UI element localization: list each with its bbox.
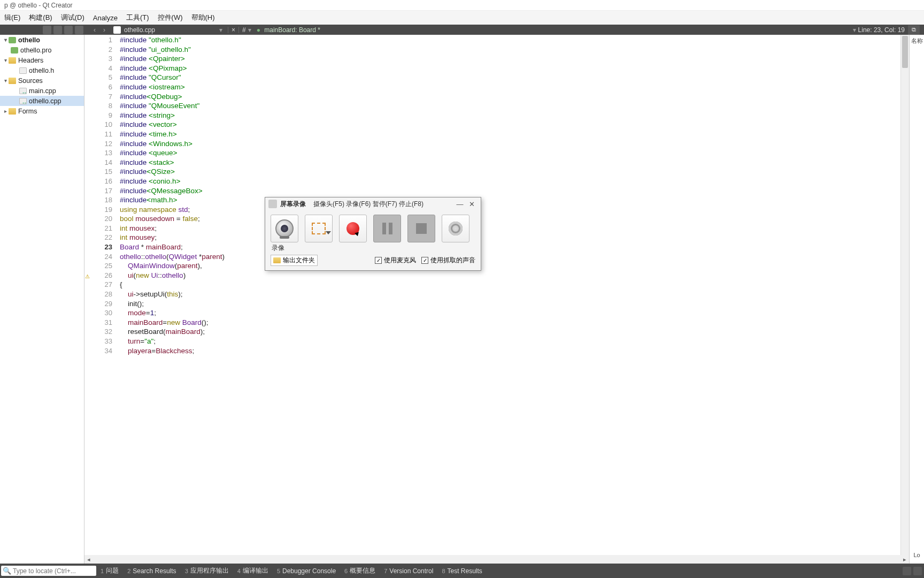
- chevron-down-icon[interactable]: ▾: [2, 37, 9, 43]
- project-icon: [9, 37, 16, 43]
- pause-button[interactable]: [373, 215, 401, 242]
- context-dropdown-icon[interactable]: ▾: [853, 26, 856, 34]
- right-pane-footer: Lo: [913, 552, 920, 558]
- gear-icon: [449, 222, 463, 235]
- window-titlebar: p @ othello - Qt Creator: [0, 0, 924, 11]
- scroll-left-icon[interactable]: ◂: [84, 556, 93, 563]
- main-area: ▾ othello othello.pro ▾ Headers othello.…: [0, 35, 924, 564]
- toggle-sidebar-bottom-icon[interactable]: [913, 567, 922, 575]
- output-folder-button[interactable]: 输出文件夹: [271, 255, 318, 266]
- recorder-app-icon: [268, 200, 277, 208]
- source-othello-file[interactable]: othello.cpp: [0, 96, 84, 106]
- recorder-titlebar[interactable]: 屏幕录像 摄像头(F5) 录像(F6) 暂停(F7) 停止(F8) — ✕: [265, 197, 481, 210]
- code-editor[interactable]: 1234567891011121314151617181920212223242…: [84, 35, 909, 564]
- record-button[interactable]: [339, 215, 367, 242]
- symbol-dropdown-icon[interactable]: ▾: [248, 26, 251, 34]
- bottom-output-tab[interactable]: 5Debugger Console: [273, 566, 340, 575]
- menu-build[interactable]: 构建(B): [25, 11, 56, 24]
- locator-search[interactable]: 🔍: [1, 566, 96, 576]
- line-number-gutter: 1234567891011121314151617181920212223242…: [84, 35, 117, 564]
- close-split-icon[interactable]: [75, 26, 83, 34]
- scroll-right-icon[interactable]: ▸: [900, 556, 909, 563]
- webcam-button[interactable]: [271, 215, 298, 242]
- separator: [228, 27, 228, 33]
- window-title: p @ othello - Qt Creator: [4, 2, 73, 9]
- horizontal-scrollbar[interactable]: ◂ ▸: [84, 555, 909, 564]
- file-dropdown-icon[interactable]: ▾: [219, 26, 222, 34]
- checkbox-checked-icon: ✓: [375, 257, 382, 264]
- hash-label: #: [242, 26, 246, 34]
- bottom-status-bar: 🔍 1问题2Search Results3应用程序输出4编译输出5Debugge…: [0, 564, 924, 578]
- toggle-progress-icon[interactable]: [903, 567, 911, 575]
- menu-widgets[interactable]: 控件(W): [153, 11, 187, 24]
- mouse-cursor-icon: [355, 231, 360, 237]
- bottom-output-tab[interactable]: 4编译输出: [233, 566, 273, 575]
- open-file-tab[interactable]: othello.cpp ▾ × # ▾ ● mainBoard: Board *: [113, 26, 320, 34]
- bottom-output-tab[interactable]: 2Search Results: [123, 566, 181, 575]
- editor-toolbar: ‹ › othello.cpp ▾ × # ▾ ● mainBoard: Boa…: [0, 25, 924, 35]
- nav-arrows: ‹ ›: [91, 26, 108, 34]
- project-root[interactable]: ▾ othello: [0, 35, 84, 45]
- menu-edit[interactable]: 辑(E): [0, 11, 25, 24]
- folder-icon: [9, 78, 16, 84]
- split-v-icon[interactable]: [64, 26, 73, 34]
- webcam-icon: [275, 219, 294, 238]
- recorder-close-button[interactable]: ✕: [466, 199, 478, 209]
- bottom-output-tab[interactable]: 8Test Results: [437, 566, 486, 575]
- stop-icon: [416, 223, 427, 234]
- right-side-pane: 名称 Lo: [909, 35, 924, 564]
- h-file-icon: [19, 67, 27, 74]
- bottom-output-tab[interactable]: 6概要信息: [340, 566, 380, 575]
- symbol-context[interactable]: ● mainBoard: Board *: [257, 26, 320, 34]
- screen-recorder-dialog[interactable]: 屏幕录像 摄像头(F5) 录像(F6) 暂停(F7) 停止(F8) — ✕ 录像: [265, 197, 481, 271]
- scrollbar-thumb[interactable]: [902, 36, 908, 68]
- source-main-file[interactable]: main.cpp: [0, 86, 84, 96]
- line-col-label: Line: 23, Col: 19: [858, 26, 905, 34]
- menu-analyze[interactable]: Analyze: [89, 12, 122, 24]
- chevron-right-icon[interactable]: ▸: [2, 108, 9, 114]
- select-region-button[interactable]: [305, 215, 333, 242]
- settings-button[interactable]: [442, 215, 469, 242]
- menu-debug[interactable]: 调试(D): [57, 11, 89, 24]
- code-content[interactable]: #include "othello.h"#include "ui_othello…: [117, 35, 900, 564]
- right-pane-header-name: 名称: [911, 37, 923, 45]
- menu-tools[interactable]: 工具(T): [122, 11, 153, 24]
- bottom-output-tab[interactable]: 3应用程序输出: [181, 566, 233, 575]
- stop-button[interactable]: [407, 215, 435, 242]
- split-icon[interactable]: [43, 26, 51, 34]
- locator-input[interactable]: [13, 567, 94, 575]
- bottom-output-tab[interactable]: 1问题: [96, 566, 123, 575]
- recorder-button-row: [265, 210, 481, 244]
- split-h-icon[interactable]: [53, 26, 62, 34]
- recorder-mode-label: 录像: [265, 244, 481, 253]
- current-file-name: othello.cpp: [124, 26, 155, 34]
- chevron-down-icon: [326, 231, 331, 234]
- recorder-hotkeys: 摄像头(F5) 录像(F6) 暂停(F7) 停止(F8): [313, 200, 424, 209]
- cpp-file-icon: [19, 98, 27, 104]
- close-file-button[interactable]: ×: [232, 26, 235, 34]
- toggle-sidebar-icon[interactable]: ⧉: [908, 25, 920, 35]
- sources-folder[interactable]: ▾ Sources: [0, 75, 84, 86]
- folder-icon: [273, 257, 281, 263]
- pro-file[interactable]: othello.pro: [0, 45, 84, 55]
- separator: [238, 27, 239, 33]
- recorder-minimize-button[interactable]: —: [454, 199, 466, 209]
- use-microphone-checkbox[interactable]: ✓ 使用麦克风: [375, 256, 416, 265]
- folder-icon: [9, 57, 16, 64]
- bottom-right-icons: [903, 567, 922, 575]
- nav-forward-icon[interactable]: ›: [101, 26, 108, 34]
- headers-folder[interactable]: ▾ Headers: [0, 55, 84, 65]
- menu-help[interactable]: 帮助(H): [187, 11, 219, 24]
- chevron-down-icon[interactable]: ▾: [2, 78, 9, 83]
- use-system-sound-checkbox[interactable]: ✓ 使用抓取的声音: [421, 256, 475, 265]
- project-tree[interactable]: ▾ othello othello.pro ▾ Headers othello.…: [0, 35, 84, 564]
- bottom-output-tab[interactable]: 7Version Control: [380, 566, 437, 575]
- header-file[interactable]: othello.h: [0, 65, 84, 75]
- nav-back-icon[interactable]: ‹: [91, 26, 98, 34]
- chevron-down-icon[interactable]: ▾: [2, 57, 9, 63]
- vertical-scrollbar[interactable]: [900, 35, 909, 564]
- forms-folder[interactable]: ▸ Forms: [0, 106, 84, 116]
- cpp-file-icon: [113, 26, 121, 34]
- search-icon: 🔍: [3, 567, 11, 575]
- recorder-options-row: 输出文件夹 ✓ 使用麦克风 ✓ 使用抓取的声音: [265, 253, 481, 270]
